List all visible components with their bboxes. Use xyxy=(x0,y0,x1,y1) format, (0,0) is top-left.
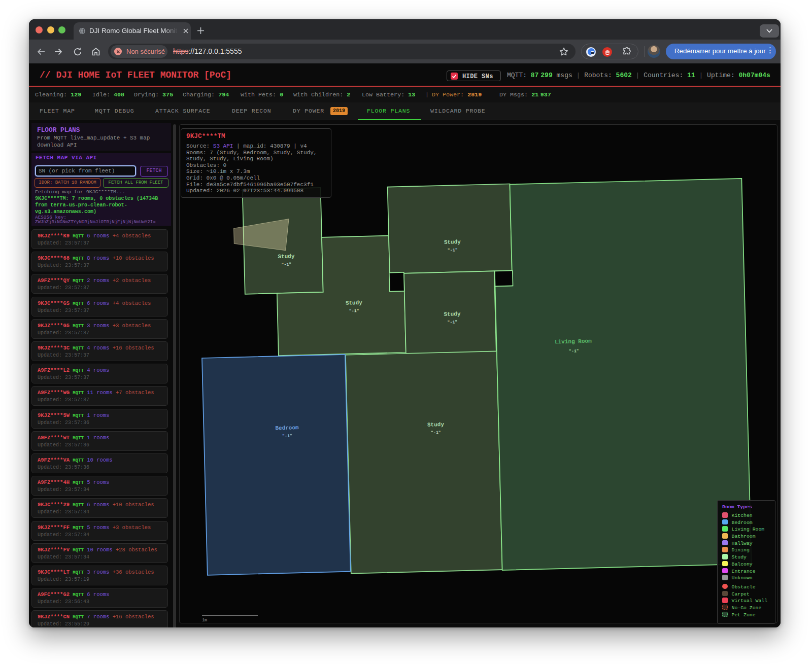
svg-text:Study: Study xyxy=(278,253,295,260)
svg-text:"-1": "-1" xyxy=(281,262,291,267)
svg-text:Living Room: Living Room xyxy=(555,338,592,345)
svg-text:Study: Study xyxy=(427,422,445,428)
svg-text:"-1": "-1" xyxy=(569,348,579,354)
svg-text:Study: Study xyxy=(346,300,363,306)
svg-text:1m: 1m xyxy=(202,618,207,623)
svg-text:"-1": "-1" xyxy=(447,320,457,325)
svg-text:Study: Study xyxy=(444,239,461,246)
svg-text:Bedroom: Bedroom xyxy=(275,425,299,431)
svg-text:"-1": "-1" xyxy=(431,430,441,435)
svg-text:"-1": "-1" xyxy=(448,248,458,253)
svg-text:"-1": "-1" xyxy=(349,308,359,313)
svg-text:Study: Study xyxy=(444,311,461,318)
svg-text:"-1": "-1" xyxy=(282,434,292,439)
